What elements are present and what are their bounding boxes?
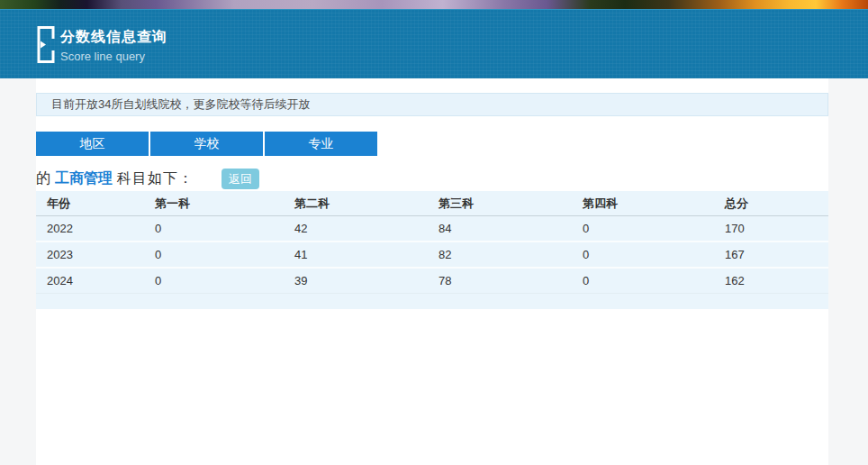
page-header: 分数线信息查询 Score line query [0,9,868,78]
score-table-head: 年份第一科第二科第三科第四科总分 [36,191,828,216]
table-cell: 167 [714,242,828,268]
page-subtitle: Score line query [60,49,167,65]
table-cell: 2023 [36,242,144,268]
table-header-row: 年份第一科第二科第三科第四科总分 [36,191,828,216]
table-row: 2023041820167 [36,242,828,268]
table-cell: 82 [428,242,572,268]
table-cell: 170 [714,216,828,242]
back-button[interactable]: 返回 [222,169,259,189]
table-cell: 0 [572,268,714,294]
table-cell: 0 [144,242,284,268]
table-cell: 2022 [36,216,144,242]
door-bracket-icon [37,25,55,68]
subject-suffix-text: 科目如下： [117,169,194,188]
page-title: 分数线信息查询 [60,28,167,46]
table-cell: 41 [284,242,428,268]
tab-major[interactable]: 专业 [265,132,377,156]
filter-tabs: 地区 学校 专业 [36,132,828,156]
score-table-container: 年份第一科第二科第三科第四科总分 20220428401702023041820… [36,191,828,309]
table-cell: 0 [144,268,284,294]
page: 分数线信息查询 Score line query 目前开放34所自划线院校，更多… [0,0,868,465]
column-header: 年份 [36,191,144,216]
score-table: 年份第一科第二科第三科第四科总分 20220428401702023041820… [36,191,828,294]
notice-bar: 目前开放34所自划线院校，更多院校等待后续开放 [36,93,828,116]
table-cell: 2024 [36,268,144,294]
table-cell: 42 [284,216,428,242]
header-titles: 分数线信息查询 Score line query [60,28,167,65]
banner-photo-strip [0,0,868,9]
subject-line: 的 工商管理 科目如下： 返回 [36,168,828,189]
table-cell: 39 [284,268,428,294]
tab-region[interactable]: 地区 [36,132,149,156]
table-cell: 0 [572,242,714,268]
table-cell: 0 [144,216,284,242]
content-card: 目前开放34所自划线院校，更多院校等待后续开放 地区 学校 专业 的 工商管理 … [36,78,828,465]
column-header: 第二科 [284,191,428,216]
table-cell: 84 [428,216,572,242]
tab-school[interactable]: 学校 [150,132,263,156]
column-header: 总分 [714,191,828,216]
table-cell: 78 [428,268,572,294]
subject-prefix-text: 的 [36,169,50,188]
table-cell: 162 [714,268,828,294]
column-header: 第三科 [428,191,572,216]
subject-name-link[interactable]: 工商管理 [55,169,113,188]
column-header: 第四科 [572,191,714,216]
score-table-body: 202204284017020230418201672024039780162 [36,216,828,294]
table-row: 2024039780162 [36,268,828,294]
column-header: 第一科 [144,191,284,216]
table-cell: 0 [572,216,714,242]
table-row: 2022042840170 [36,216,828,242]
